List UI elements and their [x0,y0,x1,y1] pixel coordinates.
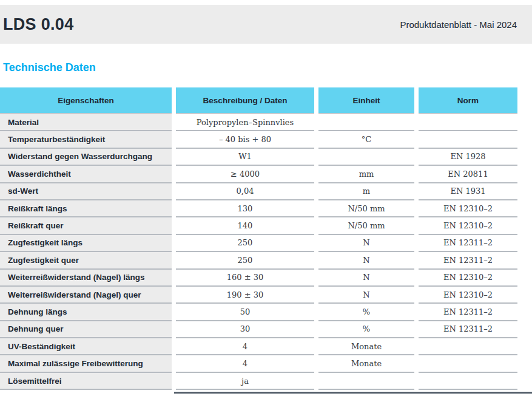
unit-cell: N [318,270,414,287]
value-cell: 250 [176,235,314,252]
property-cell: Zugfestigkeit längs [0,235,172,252]
property-cell: Material [0,114,172,131]
norm-cell: EN 12310–2 [419,200,517,217]
value-cell: 50 [176,304,314,321]
norm-cell [419,373,517,390]
norm-cell [419,114,517,131]
unit-cell: N/50 mm [318,217,414,234]
unit-cell [318,373,414,390]
value-cell: 4 [176,338,314,355]
unit-cell [318,114,414,131]
unit-cell: mm [318,166,414,183]
value-cell: 190 ± 30 [176,287,314,304]
norm-cell [419,131,517,148]
technical-data-table: EigenschaftenBeschreibung / DatenEinheit… [0,87,517,390]
norm-cell: EN 12310–2 [419,217,517,234]
property-cell: Weiterreißwiderstand (Nagel) quer [0,287,172,304]
norm-cell [419,338,517,355]
norm-cell: EN 20811 [419,166,517,183]
unit-cell: Monate [318,338,414,355]
page-bottom-divider [174,392,532,394]
unit-cell [318,149,414,166]
property-cell: Lösemittelfrei [0,373,172,390]
value-cell: Polypropylen–Spinnvlies [176,114,314,131]
value-cell: 250 [176,252,314,269]
value-cell: 30 [176,321,314,338]
property-cell: Zugfestigkeit quer [0,252,172,269]
value-cell: ≥ 4000 [176,166,314,183]
unit-cell: Monate [318,355,414,372]
value-cell: ja [176,373,314,390]
column-header-beschreibung-daten: Beschreibung / Daten [176,87,314,114]
property-cell: Reißkraft quer [0,217,172,234]
norm-cell [419,355,517,372]
page-header: LDS 0.04 Produktdatenblatt - Mai 2024 [0,5,532,44]
section-title: Technische Daten [3,61,96,74]
unit-cell: % [318,304,414,321]
value-cell: W1 [176,149,314,166]
unit-cell: N [318,235,414,252]
datasheet-date-label: Produktdatenblatt - Mai 2024 [400,19,517,30]
property-cell: Reißkraft längs [0,200,172,217]
value-cell: – 40 bis + 80 [176,131,314,148]
property-cell: sd-Wert [0,183,172,200]
product-title: LDS 0.04 [3,15,73,34]
value-cell: 0,04 [176,183,314,200]
norm-cell: EN 1931 [419,183,517,200]
norm-cell: EN 12311–2 [419,321,517,338]
column-header-norm: Norm [419,87,517,114]
value-cell: 4 [176,355,314,372]
column-header-eigenschaften: Eigenschaften [0,87,172,114]
norm-cell: EN 12310–2 [419,287,517,304]
property-cell: Weiterreißwiderstand (Nagel) längs [0,270,172,287]
property-cell: Dehnung längs [0,304,172,321]
value-cell: 140 [176,217,314,234]
property-cell: Wasserdichtheit [0,166,172,183]
unit-cell: m [318,183,414,200]
norm-cell: EN 12311–2 [419,304,517,321]
value-cell: 130 [176,200,314,217]
unit-cell: N [318,252,414,269]
unit-cell: N [318,287,414,304]
property-cell: Maximal zulässige Freibewitterung [0,355,172,372]
value-cell: 160 ± 30 [176,270,314,287]
norm-cell: EN 1928 [419,149,517,166]
unit-cell: % [318,321,414,338]
norm-cell: EN 12310–2 [419,270,517,287]
property-cell: Temperaturbeständigkeit [0,131,172,148]
property-cell: Widerstand gegen Wasserdurchgang [0,149,172,166]
norm-cell: EN 12311–2 [419,235,517,252]
property-cell: UV-Beständigkeit [0,338,172,355]
unit-cell: °C [318,131,414,148]
unit-cell: N/50 mm [318,200,414,217]
property-cell: Dehnung quer [0,321,172,338]
column-header-einheit: Einheit [318,87,414,114]
norm-cell: EN 12311–2 [419,252,517,269]
